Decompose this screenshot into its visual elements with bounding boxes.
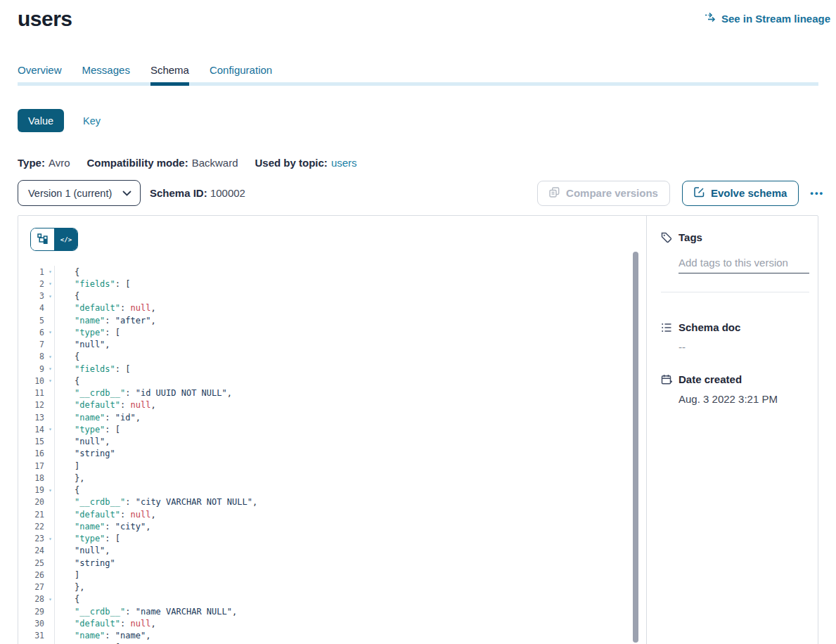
code-text: "default": null, <box>54 399 646 411</box>
token-punc: : [ <box>115 364 131 374</box>
token-key: "__crdb__" <box>75 388 125 398</box>
token-punc: : [ <box>105 534 120 543</box>
token-punc: }, <box>75 582 84 592</box>
line-number: 17 <box>18 461 44 471</box>
line-number: 20 <box>18 497 44 507</box>
token-str: "string" <box>75 449 115 458</box>
fold-toggle-icon[interactable]: ▾ <box>44 378 54 384</box>
code-text: }, <box>54 581 646 593</box>
code-line: 17 ] <box>18 460 646 472</box>
view-toggle: </> <box>30 228 78 251</box>
code-text: "string" <box>54 448 646 460</box>
compare-versions-icon <box>549 187 560 200</box>
code-line: 2▾ "fields": [ <box>18 278 646 290</box>
token-punc: , <box>146 631 150 640</box>
tree-view-button[interactable] <box>31 228 54 250</box>
schema-sidebar: Tags Schema doc <box>647 216 818 644</box>
stream-lineage-link[interactable]: See in Stream lineage <box>705 12 830 25</box>
tab-overview[interactable]: Overview <box>18 64 62 86</box>
token-punc: ] <box>75 570 79 580</box>
fold-toggle-icon[interactable]: ▾ <box>44 281 54 287</box>
code-line: 3▾ { <box>18 290 646 302</box>
fold-toggle-icon[interactable]: ▾ <box>44 536 54 542</box>
line-number: 26 <box>18 570 44 580</box>
token-null: null <box>130 400 150 410</box>
line-number: 8 <box>18 352 44 361</box>
fold-toggle-icon[interactable]: ▾ <box>44 426 54 432</box>
code-line: 22 "name": "city", <box>18 520 646 532</box>
code-text: "type": [ <box>54 533 646 545</box>
tab-schema[interactable]: Schema <box>150 64 189 86</box>
fold-toggle-icon[interactable]: ▾ <box>44 269 54 275</box>
code-text: { <box>54 375 646 387</box>
token-punc: { <box>75 291 79 301</box>
schema-id-label: Schema ID: <box>150 187 207 199</box>
code-line: 19▾ { <box>18 484 646 496</box>
more-actions-button[interactable]: ••• <box>807 183 827 202</box>
evolve-schema-icon <box>694 187 705 200</box>
line-number: 6 <box>18 328 44 337</box>
schema-panel: </> 1▾{2▾ "fields": [3▾ {4 "default": nu… <box>18 215 818 644</box>
token-punc: , <box>227 388 232 398</box>
code-text: { <box>54 266 646 278</box>
code-view-button[interactable]: </> <box>54 228 77 250</box>
page-header: users See in Stream lineage <box>18 0 818 31</box>
token-punc: , <box>150 400 155 410</box>
token-str: "id" <box>115 413 136 423</box>
token-str: "name VARCHAR NULL" <box>136 607 232 617</box>
tab-messages[interactable]: Messages <box>82 64 130 86</box>
code-text: "name": "after", <box>54 314 646 326</box>
token-punc: : [ <box>105 328 120 337</box>
fold-toggle-icon[interactable]: ▾ <box>44 354 54 360</box>
key-tab-link[interactable]: Key <box>83 115 101 127</box>
token-null: null <box>130 619 150 629</box>
version-select-value: Version 1 (current) <box>28 188 112 199</box>
fold-toggle-icon[interactable]: ▾ <box>44 487 54 494</box>
code-line: 6▾ "type": [ <box>18 326 646 338</box>
used-by-topic-link[interactable]: users <box>331 157 357 169</box>
fold-toggle-icon[interactable]: ▾ <box>44 596 54 603</box>
compare-versions-button[interactable]: Compare versions <box>537 181 670 206</box>
code-line: 12 "default": null, <box>18 399 646 411</box>
evolve-schema-button[interactable]: Evolve schema <box>682 181 799 206</box>
value-tab-button[interactable]: Value <box>18 109 64 132</box>
used-by-topic-label: Used by topic: <box>255 157 328 169</box>
line-number: 29 <box>18 607 44 617</box>
editor-scrollbar[interactable] <box>633 252 638 643</box>
fold-toggle-icon[interactable]: ▾ <box>44 329 54 335</box>
sitemap-icon <box>37 233 48 246</box>
code-text: "default": null, <box>54 302 646 314</box>
fold-toggle-icon[interactable]: ▾ <box>44 293 54 300</box>
token-punc: { <box>75 267 79 277</box>
line-number: 25 <box>18 558 44 568</box>
code-line: 11 "__crdb__": "id UUID NOT NULL", <box>18 387 646 399</box>
fold-toggle-icon[interactable]: ▾ <box>44 366 54 372</box>
line-number: 23 <box>18 534 44 543</box>
line-number: 15 <box>18 437 44 446</box>
code-line: 29 "__crdb__": "name VARCHAR NULL", <box>18 605 646 617</box>
token-punc: , <box>150 303 155 313</box>
tab-configuration[interactable]: Configuration <box>210 64 272 86</box>
token-str: "null" <box>75 546 105 555</box>
code-text: "default": null, <box>54 617 646 629</box>
token-punc: }, <box>75 473 84 483</box>
value-key-toggle: Value Key <box>18 109 818 132</box>
token-key: "type" <box>75 425 105 434</box>
code-line: 18 }, <box>18 472 646 484</box>
token-key: "fields" <box>75 364 115 374</box>
token-key: "__crdb__" <box>75 607 125 617</box>
token-punc: { <box>75 352 79 361</box>
token-punc: , <box>150 316 155 326</box>
line-number: 27 <box>18 582 44 592</box>
code-text: ] <box>54 569 646 581</box>
version-select[interactable]: Version 1 (current) <box>18 180 141 206</box>
add-tags-input[interactable] <box>679 257 809 273</box>
token-punc: : <box>120 510 130 520</box>
code-text: "name": "name", <box>54 630 646 642</box>
code-lines: 1▾{2▾ "fields": [3▾ {4 "default": null,5… <box>18 266 646 644</box>
token-punc: { <box>75 376 79 386</box>
token-punc: { <box>75 485 79 495</box>
token-key: "name" <box>75 413 105 423</box>
token-str: "after" <box>115 316 151 326</box>
code-line: 23▾ "type": [ <box>18 533 646 545</box>
